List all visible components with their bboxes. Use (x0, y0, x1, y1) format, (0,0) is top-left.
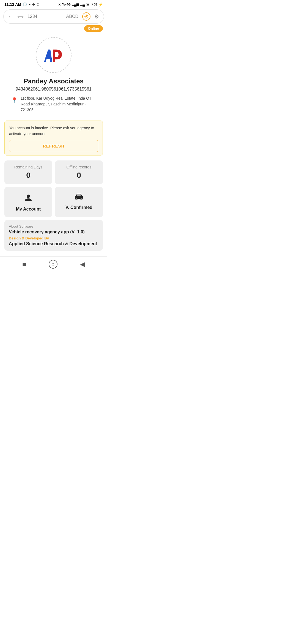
v-confirmed-card[interactable]: V. Confirmed (55, 187, 103, 217)
offline-records-value: 0 (59, 171, 98, 180)
about-dev-label: Design & Developed By (9, 236, 98, 240)
svg-rect-3 (53, 50, 55, 62)
status-time: 11:12 AM (4, 2, 21, 7)
remaining-days-value: 0 (9, 171, 48, 180)
about-app-name: Vehicle recovery agency app (V_1.0) (9, 230, 98, 234)
home-button[interactable]: ○ (49, 260, 57, 269)
offline-records-label: Offline records (59, 165, 98, 169)
settings-icon[interactable]: ⚙ (94, 13, 99, 20)
svg-point-7 (75, 198, 77, 200)
nav-bar: ← ⟺ 1234 ABCD ⚙ (3, 9, 104, 24)
logo-section: Pandey Associates 9434062061,9800561061,… (0, 32, 107, 116)
company-phones: 9434062061,9800561061,9735615561 (16, 87, 92, 92)
svg-point-5 (27, 195, 30, 198)
nav-code: 1234 (28, 14, 37, 19)
warning-text: You account is inactive. Please ask you … (9, 125, 98, 137)
online-badge: Online (84, 25, 103, 32)
back-nav-button[interactable]: ◀ (80, 260, 85, 268)
refresh-button[interactable]: REFRESH (9, 140, 98, 152)
status-left: 11:12 AM 🕐 ⌁ ⊘ ⊘ (4, 2, 39, 7)
svg-point-8 (80, 198, 82, 200)
nav-abcd: ABCD (66, 14, 78, 19)
about-box: About Software Vehicle recovery agency a… (4, 220, 103, 251)
bottom-nav: ■ ○ ◀ (0, 256, 107, 272)
online-badge-wrapper: Online (0, 25, 107, 32)
my-account-card[interactable]: My Account (4, 187, 52, 217)
svg-rect-9 (77, 194, 81, 196)
company-logo (43, 47, 65, 63)
warning-box: You account is inactive. Please ask you … (4, 121, 103, 155)
network-icon: Yo 4G (62, 3, 71, 6)
my-account-label: My Account (16, 207, 41, 212)
car-icon (74, 192, 84, 203)
back-button[interactable]: ← (8, 13, 13, 20)
alarm-icon: 🕐 (23, 2, 27, 6)
battery-icon: 32 (86, 3, 97, 6)
usb-icon: ⌁ (29, 2, 31, 6)
download-icon[interactable] (82, 12, 90, 21)
about-dev-name: Applied Science Research & Development (9, 241, 98, 246)
company-logo-circle (36, 37, 72, 73)
block-icon2: ⊘ (37, 2, 39, 6)
status-bar: 11:12 AM 🕐 ⌁ ⊘ ⊘ ⨯ Yo 4G ▂▄▆ ▂▄ 32 ⚡ (0, 0, 107, 8)
company-address: 📍 1st floor, Kar Udyog Real Estate, Inda… (4, 95, 103, 113)
offline-records-card: Offline records 0 (55, 160, 103, 184)
location-pin-icon: 📍 (11, 96, 18, 104)
bolt-icon: ⚡ (98, 2, 103, 7)
account-icon (23, 192, 33, 204)
v-confirmed-label: V. Confirmed (65, 205, 92, 210)
about-title: About Software (9, 224, 98, 228)
stats-grid: Remaining Days 0 Offline records 0 (0, 160, 107, 184)
remaining-days-label: Remaining Days (9, 165, 48, 169)
bluetooth-icon: ⨯ (58, 2, 61, 7)
remaining-days-card: Remaining Days 0 (4, 160, 52, 184)
signal-icon: ▂▄▆ (72, 2, 79, 6)
action-grid: My Account V. Confirmed (0, 187, 107, 217)
block-icon1: ⊘ (32, 2, 35, 6)
stop-button[interactable]: ■ (22, 260, 26, 268)
company-name: Pandey Associates (24, 77, 84, 85)
nav-arrows-icon: ⟺ (17, 14, 24, 19)
signal2-icon: ▂▄ (80, 2, 85, 6)
status-right: ⨯ Yo 4G ▂▄▆ ▂▄ 32 ⚡ (58, 2, 103, 7)
